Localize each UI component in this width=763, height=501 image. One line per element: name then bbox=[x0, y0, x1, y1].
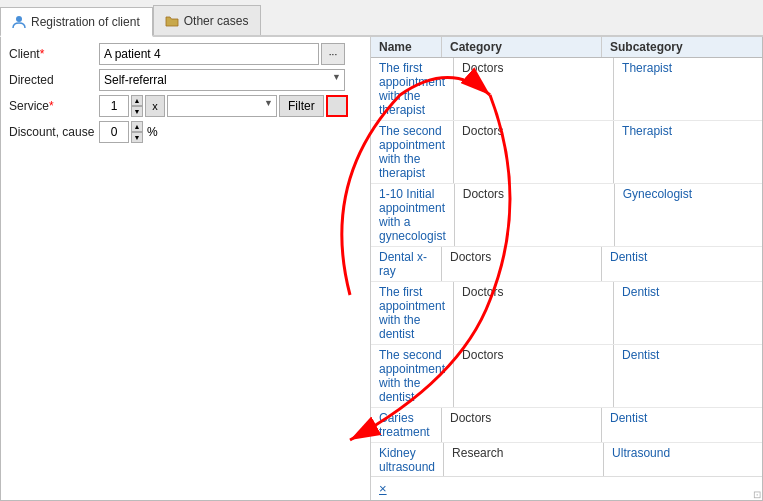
tab-other-cases-label: Other cases bbox=[184, 14, 249, 28]
tab-bar: Registration of client Other cases bbox=[0, 0, 763, 37]
cell-category: Doctors bbox=[454, 345, 614, 407]
person-icon bbox=[11, 14, 27, 30]
table-row[interactable]: The second appointment with the therapis… bbox=[371, 121, 762, 184]
form-panel: Client* ··· Directed Self-referral Refer… bbox=[1, 37, 371, 500]
discount-spinner: ▲ ▼ bbox=[131, 121, 143, 143]
service-spinner: ▲ ▼ bbox=[131, 95, 143, 117]
cell-name[interactable]: 1-10 Initial appointment with a gynecolo… bbox=[371, 184, 455, 246]
table-row[interactable]: Caries treatment Doctors Dentist bbox=[371, 408, 762, 443]
service-quantity-input[interactable] bbox=[99, 95, 129, 117]
spin-up-button[interactable]: ▲ bbox=[131, 95, 143, 106]
directed-row: Directed Self-referral Referral bbox=[9, 69, 362, 91]
table-header: Name Category Subcategory bbox=[371, 37, 762, 58]
table-row[interactable]: The second appointment with the dentist … bbox=[371, 345, 762, 408]
cell-name[interactable]: Kidney ultrasound bbox=[371, 443, 444, 476]
service-row: Service* ▲ ▼ x Filter bbox=[9, 95, 362, 117]
client-input[interactable] bbox=[99, 43, 319, 65]
col-header-subcategory: Subcategory bbox=[602, 37, 762, 57]
col-header-category: Category bbox=[442, 37, 602, 57]
cell-subcategory: Ultrasound bbox=[604, 443, 762, 476]
table-row[interactable]: 1-10 Initial appointment with a gynecolo… bbox=[371, 184, 762, 247]
main-window: Registration of client Other cases Clien… bbox=[0, 0, 763, 501]
cell-name[interactable]: Dental x-ray bbox=[371, 247, 442, 281]
cell-category: Doctors bbox=[454, 282, 614, 344]
discount-input[interactable] bbox=[99, 121, 129, 143]
discount-spin-up[interactable]: ▲ bbox=[131, 121, 143, 132]
cell-subcategory: Therapist bbox=[614, 58, 762, 120]
cell-name[interactable]: The second appointment with the dentist bbox=[371, 345, 454, 407]
cell-name[interactable]: The second appointment with the therapis… bbox=[371, 121, 454, 183]
discount-row: Discount, cause ▲ ▼ % bbox=[9, 121, 362, 143]
filter-box-button[interactable] bbox=[326, 95, 348, 117]
cell-category: Doctors bbox=[454, 58, 614, 120]
table-row[interactable]: The first appointment with the dentist D… bbox=[371, 282, 762, 345]
cell-category: Doctors bbox=[442, 247, 602, 281]
service-select[interactable] bbox=[167, 95, 277, 117]
table-panel: Name Category Subcategory The first appo… bbox=[371, 37, 762, 500]
discount-label: Discount, cause bbox=[9, 125, 99, 139]
client-row: Client* ··· bbox=[9, 43, 362, 65]
tab-other-cases[interactable]: Other cases bbox=[153, 5, 262, 35]
service-select-wrapper bbox=[167, 95, 277, 117]
client-dots-button[interactable]: ··· bbox=[321, 43, 345, 65]
table-footer: × bbox=[371, 476, 762, 500]
table-row[interactable]: The first appointment with the therapist… bbox=[371, 58, 762, 121]
cell-subcategory: Dentist bbox=[614, 282, 762, 344]
svg-point-0 bbox=[16, 16, 22, 22]
cell-category: Doctors bbox=[454, 121, 614, 183]
cell-subcategory: Dentist bbox=[602, 247, 762, 281]
add-row-button[interactable]: × bbox=[379, 481, 387, 496]
service-clear-button[interactable]: x bbox=[145, 95, 165, 117]
col-header-name: Name bbox=[371, 37, 442, 57]
filter-button[interactable]: Filter bbox=[279, 95, 324, 117]
tab-registration-label: Registration of client bbox=[31, 15, 140, 29]
discount-controls: ▲ ▼ % bbox=[99, 121, 158, 143]
directed-wrapper: Self-referral Referral bbox=[99, 69, 345, 91]
cell-name[interactable]: Caries treatment bbox=[371, 408, 442, 442]
cell-subcategory: Dentist bbox=[614, 345, 762, 407]
cell-name[interactable]: The first appointment with the therapist bbox=[371, 58, 454, 120]
directed-label: Directed bbox=[9, 73, 99, 87]
cell-subcategory: Gynecologist bbox=[615, 184, 762, 246]
cell-category: Research bbox=[444, 443, 604, 476]
table-body: The first appointment with the therapist… bbox=[371, 58, 762, 476]
cell-name[interactable]: The first appointment with the dentist bbox=[371, 282, 454, 344]
tab-registration[interactable]: Registration of client bbox=[0, 7, 153, 37]
folder-icon bbox=[164, 13, 180, 29]
table-row[interactable]: Dental x-ray Doctors Dentist bbox=[371, 247, 762, 282]
service-controls: ▲ ▼ x Filter bbox=[99, 95, 348, 117]
cell-category: Doctors bbox=[442, 408, 602, 442]
client-label: Client* bbox=[9, 47, 99, 61]
percent-label: % bbox=[147, 125, 158, 139]
spin-down-button[interactable]: ▼ bbox=[131, 106, 143, 117]
discount-spin-down[interactable]: ▼ bbox=[131, 132, 143, 143]
service-label: Service* bbox=[9, 99, 99, 113]
cell-category: Doctors bbox=[455, 184, 615, 246]
cell-subcategory: Therapist bbox=[614, 121, 762, 183]
cell-subcategory: Dentist bbox=[602, 408, 762, 442]
resize-handle[interactable]: ⊡ bbox=[751, 489, 763, 501]
table-row[interactable]: Kidney ultrasound Research Ultrasound bbox=[371, 443, 762, 476]
directed-select[interactable]: Self-referral Referral bbox=[99, 69, 345, 91]
